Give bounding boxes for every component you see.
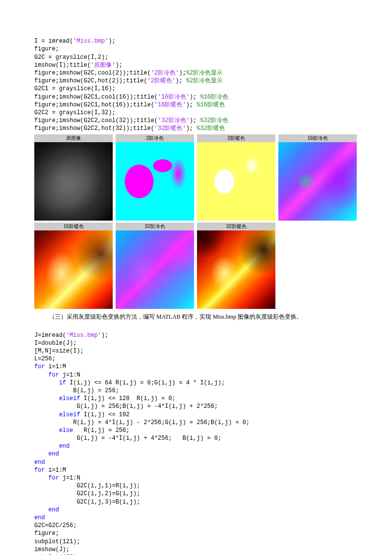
figure-image (34, 142, 113, 221)
section-caption: （三）采用灰度级彩色变换的方法，编写 MATLAB 程序，实现 Miss.bmp… (49, 313, 358, 321)
figure-title: 16阶冷色 (278, 134, 357, 142)
figure-title: 32阶冷色 (116, 223, 194, 230)
image-row-2: 16阶暖色 32阶冷色 32阶暖色 (34, 223, 358, 309)
figure-32cool: 32阶冷色 (116, 223, 194, 309)
figure-32hot: 32阶暖色 (197, 223, 275, 309)
figure-title: 16阶暖色 (34, 223, 113, 230)
image-row-1: 原图像 2阶冷色 2阶暖色 16阶冷色 (34, 134, 358, 221)
figure-image (116, 142, 194, 221)
figure-image (116, 230, 194, 309)
figure-image (278, 142, 357, 221)
figure-2hot: 2阶暖色 (197, 134, 275, 221)
figure-title: 2阶冷色 (116, 134, 194, 142)
figure-title: 2阶暖色 (197, 134, 275, 142)
figure-original: 原图像 (34, 134, 113, 221)
figure-16hot: 16阶暖色 (34, 223, 113, 309)
figure-title: 32阶暖色 (197, 223, 275, 230)
code-block-2: J=imread('Miss.bmp'); I=double(J); [M,N]… (34, 323, 358, 555)
figure-2cool: 2阶冷色 (116, 134, 194, 221)
figure-title: 原图像 (34, 134, 113, 142)
code-block-1: I = imread('Miss.bmp'); figure; G2C = gr… (34, 29, 358, 132)
figure-image (197, 230, 275, 309)
figure-image (34, 230, 113, 309)
figure-16cool: 16阶冷色 (278, 134, 357, 221)
figure-image (197, 142, 275, 221)
